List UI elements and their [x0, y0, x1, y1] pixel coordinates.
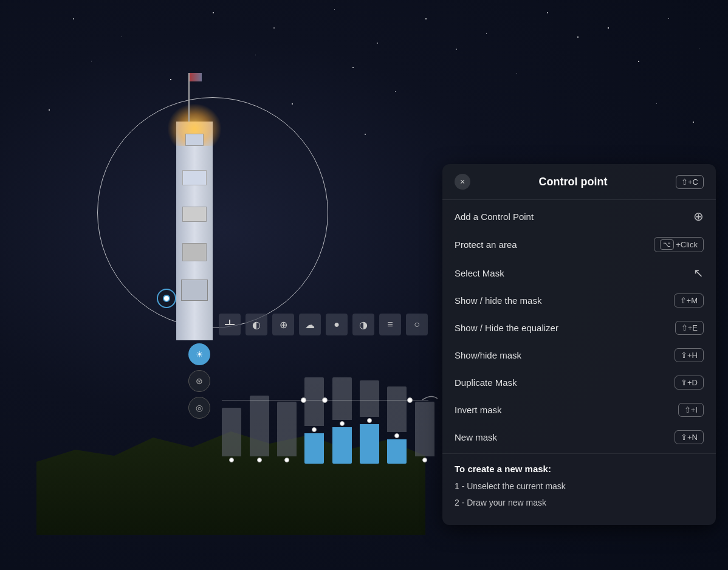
panel-item-label-show-hide-equalizer: Show / Hide the equalizer — [455, 323, 558, 333]
star — [213, 12, 214, 13]
eq-bar-top-7 — [415, 402, 434, 456]
lines-tool-icon[interactable]: ≡ — [379, 314, 401, 335]
panel-item-label-protect-area: Protect an area — [455, 239, 517, 250]
panel-item-label-invert-mask: Invert mask — [455, 405, 502, 415]
footer-step-2: 2 - Draw your new mask — [455, 496, 704, 509]
eq-bar-top-1 — [250, 396, 269, 456]
eq-line — [222, 400, 428, 400]
control-point-icon[interactable] — [157, 289, 176, 308]
panel-item-duplicate-mask[interactable]: Duplicate Mask⇧+D — [442, 369, 716, 396]
eq-bar-top-0 — [222, 408, 241, 456]
panel-item-label-show-hide-mask: Show / hide the mask — [455, 295, 541, 306]
panel-item-show-hide-mask2[interactable]: Show/hide mask⇧+H — [442, 342, 716, 369]
panel-item-select-mask[interactable]: Select Mask↖ — [442, 259, 716, 287]
footer-step-1: 1 - Unselect the current mask — [455, 480, 704, 493]
side-controls: ☀⊛◎ — [188, 343, 210, 419]
panel-item-show-hide-mask[interactable]: Show / hide the mask⇧+M — [442, 287, 716, 314]
eq-bar-group-6[interactable] — [384, 386, 410, 464]
eq-bar-top-3 — [304, 377, 324, 426]
panel-item-new-mask[interactable]: New mask⇧+N — [442, 424, 716, 451]
target-button[interactable]: ◎ — [188, 397, 210, 419]
panel-item-invert-mask[interactable]: Invert mask⇧+I — [442, 396, 716, 424]
eq-dot-4 — [340, 421, 345, 426]
star — [377, 43, 378, 44]
star — [693, 122, 694, 123]
eq-dot-1 — [257, 458, 262, 462]
equalizer-area — [219, 339, 438, 464]
circles-button[interactable]: ⊛ — [188, 370, 210, 392]
star — [547, 12, 548, 13]
panel-close-button[interactable]: × — [455, 174, 470, 190]
eq-dot-2 — [284, 458, 289, 462]
panel-item-label-select-mask: Select Mask — [455, 268, 504, 278]
eq-bar-bottom-6 — [387, 439, 407, 464]
star — [425, 18, 427, 19]
star — [656, 103, 657, 104]
star — [334, 9, 335, 10]
eq-bar-group-3[interactable] — [301, 377, 327, 464]
eq-bar-group-1[interactable] — [246, 396, 272, 464]
panel-item-label-duplicate-mask: Duplicate Mask — [455, 377, 517, 388]
panel-item-label-show-hide-mask2: Show/hide mask — [455, 350, 521, 360]
panel-footer: To create a new mask: 1 - Unselect the c… — [442, 453, 716, 525]
eq-tail-icon — [422, 394, 441, 406]
star — [122, 36, 122, 37]
eq-bar-top-2 — [277, 402, 297, 456]
panel-item-shortcut-show-hide-mask2: ⇧+H — [675, 348, 704, 362]
circle-tool-icon[interactable]: ● — [326, 314, 348, 335]
panel-header: × Control point ⇧+C — [442, 164, 716, 200]
star — [73, 18, 74, 19]
panel-items-list: Add a Control Point⊕Protect an area⌥+Cli… — [442, 200, 716, 453]
exposure-tool-icon[interactable] — [219, 314, 241, 335]
lighthouse-scene — [36, 73, 425, 535]
panel-item-shortcut-invert-mask: ⇧+I — [678, 403, 704, 417]
panel-header-shortcut: ⇧+C — [676, 175, 704, 189]
svg-rect-0 — [225, 324, 235, 325]
eq-bar-group-4[interactable] — [329, 377, 355, 464]
panel-item-shortcut-add-control-point: ⊕ — [693, 209, 704, 224]
panel-item-shortcut-show-hide-mask: ⇧+M — [674, 294, 704, 307]
eq-bar-group-5[interactable] — [357, 380, 382, 464]
star — [608, 27, 609, 29]
star — [699, 49, 699, 49]
eq-bar-group-2[interactable] — [274, 402, 300, 464]
panel-item-label-add-control-point: Add a Control Point — [455, 211, 534, 222]
panel-item-shortcut-select-mask: ↖ — [693, 266, 704, 280]
panel-item-add-control-point[interactable]: Add a Control Point⊕ — [442, 202, 716, 230]
contrast-tool-icon[interactable]: ◐ — [246, 314, 267, 335]
lighthouse-tower — [176, 122, 213, 340]
eq-bar-group-7[interactable] — [412, 402, 438, 464]
panel-item-shortcut-protect-area: ⌥+Click — [654, 237, 704, 252]
eq-bar-bottom-4 — [332, 427, 352, 464]
eq-bar-bottom-5 — [360, 424, 379, 464]
star — [456, 49, 457, 50]
star — [486, 33, 487, 34]
star — [668, 18, 669, 19]
star — [352, 67, 354, 68]
brightness-tool-icon[interactable]: ⊕ — [272, 314, 294, 335]
fullcircle-tool-icon[interactable]: ○ — [406, 314, 428, 335]
panel-item-protect-area[interactable]: Protect an area⌥+Click — [442, 230, 716, 259]
gradient-tool-icon[interactable]: ◑ — [352, 314, 374, 335]
star — [255, 55, 256, 55]
eq-bar-top-6 — [387, 386, 407, 432]
svg-rect-1 — [229, 320, 230, 324]
panel-title: Control point — [470, 176, 676, 188]
panel-item-label-new-mask: New mask — [455, 432, 497, 442]
eq-dot-5 — [367, 418, 372, 423]
eq-bar-top-4 — [332, 377, 352, 420]
panel-item-shortcut-duplicate-mask: ⇧+D — [675, 376, 704, 390]
clouds-tool-icon[interactable]: ☁ — [299, 314, 321, 335]
eq-bar-group-0[interactable] — [219, 408, 244, 464]
toolbar-row: ◐⊕☁●◑≡○ — [219, 314, 428, 335]
panel-item-show-hide-equalizer[interactable]: Show / Hide the equalizer⇧+E — [442, 314, 716, 342]
eq-dot-0 — [229, 458, 234, 462]
star — [577, 36, 579, 38]
eq-dot-7 — [422, 458, 427, 462]
panel-item-shortcut-show-hide-equalizer: ⇧+E — [675, 321, 704, 335]
eq-bar-bottom-3 — [304, 433, 324, 464]
panel-item-shortcut-new-mask: ⇧+N — [675, 430, 704, 444]
sun-button[interactable]: ☀ — [188, 343, 210, 365]
background: ◐⊕☁●◑≡○ ☀⊛◎ × Control point ⇧+C Add a Co… — [0, 0, 728, 570]
footer-title: To create a new mask: — [455, 464, 704, 474]
